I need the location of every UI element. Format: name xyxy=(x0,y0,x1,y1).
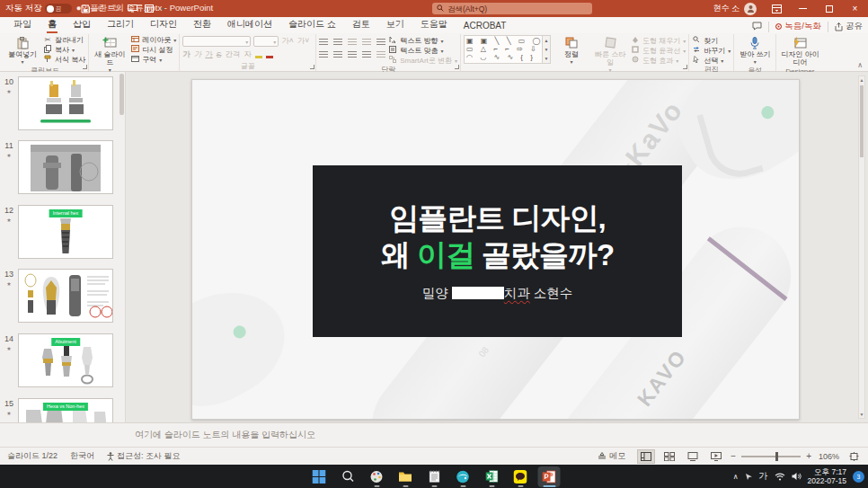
thumbnail-slide-13[interactable]: 13★ xyxy=(0,269,115,323)
font-color-button[interactable] xyxy=(266,51,273,58)
whale-browser-icon[interactable] xyxy=(452,466,474,487)
columns-icon[interactable] xyxy=(376,51,385,58)
zoom-level[interactable]: 106% xyxy=(817,452,841,461)
design-ideas-button[interactable]: 디자인 아이디어 xyxy=(779,35,820,67)
powerpoint-icon[interactable] xyxy=(538,466,561,487)
scroll-down-icon[interactable]: ▼ xyxy=(859,412,864,417)
record-button[interactable]: 녹음/녹화 xyxy=(775,21,821,32)
quick-styles-button[interactable]: 빠른 스타일 ▾ xyxy=(592,35,628,74)
shapes-row[interactable]: ▭ △ ⌐ ⌐ ⇨ ⇩ xyxy=(466,46,540,53)
wifi-icon[interactable] xyxy=(775,468,785,484)
thumbnail-slide-15[interactable]: 15★ Hexa vs Non-hex xyxy=(0,398,115,422)
tab-acrobat[interactable]: ACROBAT xyxy=(456,19,515,33)
align-center-icon[interactable] xyxy=(333,51,342,58)
gallery-more-icon[interactable]: ▼ xyxy=(543,54,550,63)
tab-design[interactable]: 디자인 xyxy=(142,16,185,33)
title-text-box[interactable]: 임플란트 디자인, 왜 이걸 골랐을까? 밀양 치과 소현수 xyxy=(313,165,682,337)
reading-view-button[interactable] xyxy=(684,449,702,464)
shape-effects-button[interactable]: 도형 효과 ▾ xyxy=(631,56,686,65)
dialog-launcher-icon[interactable] xyxy=(310,65,314,69)
find-button[interactable]: 찾기 xyxy=(692,36,731,45)
grow-font-button[interactable]: 가˄ xyxy=(281,36,293,47)
tab-view[interactable]: 보기 xyxy=(378,16,412,33)
thumbnail-image[interactable] xyxy=(18,76,113,130)
char-spacing-button[interactable]: 간격 xyxy=(225,49,240,60)
thumbnail-image[interactable]: Internal hex xyxy=(18,205,113,259)
thumbnail-slide-12[interactable]: 12★ Internal hex xyxy=(0,205,115,259)
close-button[interactable]: × xyxy=(842,0,868,17)
paint-app-icon[interactable] xyxy=(366,466,388,487)
notes-pane[interactable]: 여기에 슬라이드 노트의 내용을 입력하십시오 xyxy=(0,422,868,447)
dialog-launcher-icon[interactable] xyxy=(683,65,687,69)
thumbnail-image[interactable] xyxy=(18,140,113,194)
dialog-launcher-icon[interactable] xyxy=(83,65,87,69)
align-right-icon[interactable] xyxy=(348,51,357,58)
notification-badge[interactable]: 3 xyxy=(853,471,864,483)
select-button[interactable]: 선택 ▾ xyxy=(692,56,731,65)
dialog-launcher-icon[interactable] xyxy=(455,65,459,69)
tab-slideshow[interactable]: 슬라이드 쇼 xyxy=(280,16,344,33)
tab-help[interactable]: 도움말 xyxy=(412,16,456,33)
underline-button[interactable]: 가 xyxy=(205,49,213,60)
ribbon-display-options-button[interactable] xyxy=(764,0,790,17)
thumbnail-scrollbar[interactable] xyxy=(120,74,124,115)
layout-button[interactable]: 레이아웃 ▾ xyxy=(130,35,176,44)
shapes-row[interactable]: ▣ ▣ ╲ ╲ ▭ ◯ xyxy=(466,38,540,45)
line-spacing-icon[interactable] xyxy=(376,39,385,46)
zoom-out-button[interactable]: − xyxy=(731,451,736,461)
numbering-icon[interactable] xyxy=(333,39,342,46)
normal-view-button[interactable] xyxy=(637,449,655,464)
search-input[interactable] xyxy=(447,4,588,13)
justify-icon[interactable] xyxy=(362,51,371,58)
increase-indent-icon[interactable] xyxy=(362,39,371,46)
share-button[interactable]: 공유 xyxy=(835,21,863,32)
shapes-row[interactable]: ◠ ◡ ∿ ∿ { } xyxy=(466,54,540,61)
reset-button[interactable]: 다시 설정 xyxy=(130,45,176,54)
notepad-app-icon[interactable] xyxy=(423,466,446,487)
decrease-indent-icon[interactable] xyxy=(348,39,357,46)
user-name[interactable]: 현수 소 xyxy=(713,3,740,14)
clock[interactable]: 오후 7:17 2022-07-15 xyxy=(808,467,846,485)
thumbnail-image[interactable] xyxy=(18,269,113,323)
slide-indicator[interactable]: 슬라이드 1/22 xyxy=(7,450,64,462)
slide-editor[interactable]: KaVo SURGmatic S201 XL Pro 08 KAVO SURGm… xyxy=(126,72,868,422)
collapse-ribbon-icon[interactable]: ∧ xyxy=(857,61,863,69)
thumbnail-slide-14[interactable]: 14★ Abutment xyxy=(0,333,115,387)
copy-button[interactable]: 복사 ▾ xyxy=(43,45,85,54)
change-case-button[interactable]: 자 xyxy=(244,49,252,60)
tab-home[interactable]: 홈 xyxy=(40,16,65,33)
tab-animations[interactable]: 애니메이션 xyxy=(219,16,280,33)
zoom-in-button[interactable]: + xyxy=(806,451,811,461)
comments-icon[interactable] xyxy=(752,22,762,32)
zoom-slider-thumb[interactable] xyxy=(775,452,778,461)
tray-overflow-icon[interactable]: ∧ xyxy=(733,473,739,481)
file-explorer-icon[interactable] xyxy=(394,466,417,487)
shrink-font-button[interactable]: 가˅ xyxy=(297,36,309,47)
tab-insert[interactable]: 삽입 xyxy=(65,16,99,33)
minimize-button[interactable] xyxy=(790,0,816,17)
zoom-slider[interactable] xyxy=(741,456,801,457)
tab-review[interactable]: 검토 xyxy=(344,16,378,33)
start-button[interactable] xyxy=(308,466,331,487)
volume-icon[interactable] xyxy=(792,468,802,484)
highlight-color-button[interactable] xyxy=(255,51,262,58)
new-slide-button[interactable]: 새 슬라이드 ▾ xyxy=(92,35,128,74)
shapes-gallery-scroll[interactable]: ▲ ▼ ▼ xyxy=(543,35,551,64)
shape-outline-button[interactable]: 도형 윤곽선 ▾ xyxy=(631,46,686,55)
accessibility-status[interactable]: 접근성: 조사 필요 xyxy=(101,450,187,462)
section-button[interactable]: 구역 ▾ xyxy=(130,55,176,64)
tab-draw[interactable]: 그리기 xyxy=(99,16,142,33)
fit-to-window-button[interactable] xyxy=(846,449,861,464)
thumbnail-image[interactable]: Hexa vs Non-hex xyxy=(18,398,113,422)
align-left-icon[interactable] xyxy=(319,51,328,58)
scroll-down-icon[interactable]: ▼ xyxy=(543,45,550,54)
tab-file[interactable]: 파일 xyxy=(5,16,40,33)
format-painter-button[interactable]: 서식 복사 xyxy=(43,55,85,64)
font-size-combo[interactable]: ▾ xyxy=(253,36,279,47)
replace-button[interactable]: 바꾸기 ▾ xyxy=(692,46,731,55)
bullets-icon[interactable] xyxy=(319,39,328,46)
slide-canvas[interactable]: KaVo SURGmatic S201 XL Pro 08 KAVO SURGm… xyxy=(191,79,800,420)
thumbnail-slide-11[interactable]: 11★ xyxy=(0,140,115,194)
kakaotalk-icon[interactable] xyxy=(509,466,532,487)
bold-button[interactable]: 가 xyxy=(182,49,190,60)
